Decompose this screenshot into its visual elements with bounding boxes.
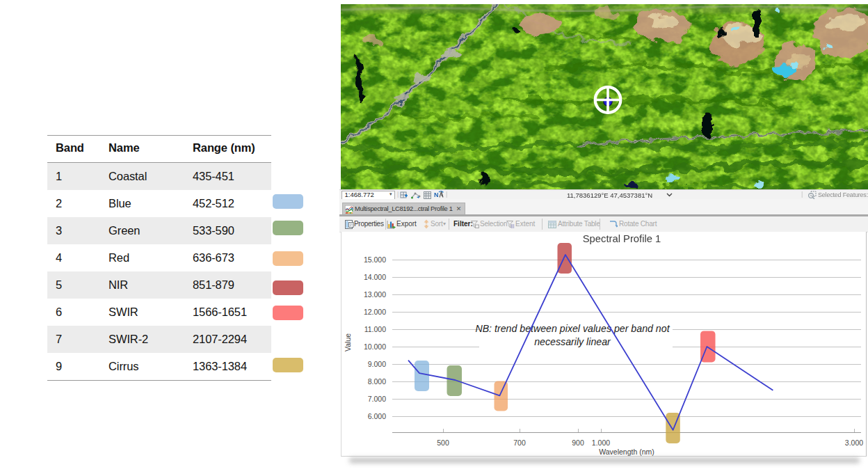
svg-text:NB: trend between pixel values: NB: trend between pixel values per band … — [475, 323, 670, 334]
svg-text:necessarily linear: necessarily linear — [534, 336, 611, 347]
svg-text:N: N — [434, 191, 439, 198]
